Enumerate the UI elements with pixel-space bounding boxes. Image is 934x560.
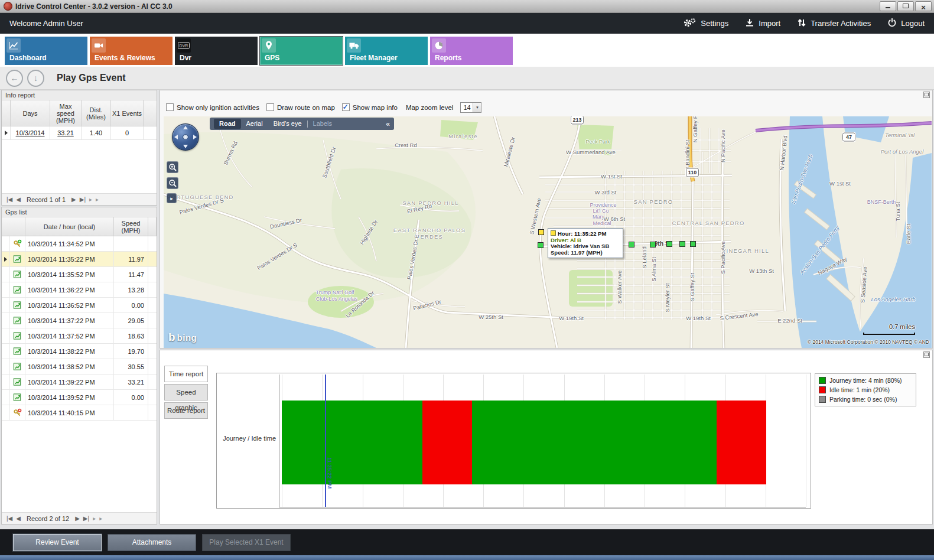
review-event-button[interactable]: Review Event <box>13 534 102 551</box>
pager-extra-button[interactable]: ▸ <box>97 515 104 522</box>
gps-point-marker[interactable] <box>690 241 696 247</box>
gps-point-marker[interactable] <box>650 242 656 248</box>
tab-route-report[interactable]: Route report <box>164 402 208 419</box>
checkbox[interactable] <box>342 103 350 111</box>
gps-row[interactable]: 10/3/2014 11:35:22 PM11.97 <box>2 252 157 267</box>
prev-record-button[interactable]: ◀ <box>14 196 22 203</box>
pager-extra-button[interactable]: ▸ <box>87 196 94 203</box>
prev-record-button[interactable]: ◀ <box>14 515 22 522</box>
gps-speed: 11.47 <box>114 267 148 282</box>
map-stylebar-collapse-button[interactable]: « <box>386 120 390 128</box>
gps-icon <box>10 252 25 267</box>
expand-button[interactable]: ↓ <box>27 70 44 87</box>
map-label: W 19th St <box>686 315 711 321</box>
gps-datetime: 10/3/2014 11:39:22 PM <box>25 375 114 390</box>
gps-row[interactable]: 10/3/2014 11:36:52 PM0.00 <box>2 298 157 313</box>
map-label: Earle St <box>905 224 912 244</box>
gps-row[interactable]: 10/3/2014 11:39:22 PM33.21 <box>2 375 157 390</box>
attachments-button[interactable]: Attachments <box>108 534 196 551</box>
map-label: S Leland <box>641 246 647 269</box>
main-content: Info report Days Max speed (MPH) Dist. (… <box>0 90 934 529</box>
map-style-road[interactable]: Road <box>214 119 241 129</box>
map-zoom-select[interactable]: 14 ▼ <box>460 102 481 113</box>
map-label: Los Angeles Harb <box>871 296 915 302</box>
close-button[interactable] <box>915 1 932 11</box>
last-record-button[interactable]: ▶| <box>78 196 87 203</box>
gps-row[interactable]: 10/3/2014 11:38:52 PM30.55 <box>2 359 157 375</box>
map-label: W 3rd St <box>595 189 617 196</box>
map-panel: Show only ignition activities Draw route… <box>160 90 933 349</box>
gps-row[interactable]: 10/3/2014 11:36:22 PM13.28 <box>2 282 157 298</box>
tab-reports[interactable]: Reports <box>430 37 513 65</box>
gps-row[interactable]: 10/3/2014 11:39:52 PM0.00 <box>2 390 157 405</box>
tab-dvr[interactable]: DVR Dvr <box>175 37 258 65</box>
timeline-segment-journey <box>472 401 717 484</box>
pager-extra-button[interactable]: ▸ <box>91 515 97 522</box>
gps-row[interactable]: 10/3/2014 11:34:52 PM <box>2 236 157 252</box>
tab-dashboard[interactable]: Dashboard <box>5 37 87 65</box>
map-label: S Meyler St <box>664 283 671 312</box>
map-label: SAN PEDRO <box>634 198 673 205</box>
gps-point-marker[interactable] <box>629 242 634 248</box>
next-record-button[interactable]: ▶ <box>73 515 82 522</box>
gear-icon <box>682 18 697 30</box>
logout-button[interactable]: Logout <box>887 18 925 29</box>
map-label: S Gaffey St <box>689 273 695 301</box>
gps-speed: 33.21 <box>114 375 148 390</box>
gps-row[interactable]: 10/3/2014 11:40:15 PM <box>2 405 157 421</box>
collapse-chart-panel-button[interactable] <box>923 351 930 358</box>
tab-fleet-manager[interactable]: Fleet Manager <box>345 37 428 65</box>
gps-row[interactable]: 10/3/2014 11:37:22 PM29.05 <box>2 313 157 328</box>
map-label: VERDES <box>416 233 443 240</box>
pager-extra-button[interactable]: ▸ <box>94 196 100 203</box>
expand-controls-button[interactable]: ▸ <box>167 193 177 203</box>
map-label: S Walker Ave <box>616 271 623 304</box>
compass-control[interactable] <box>172 123 199 151</box>
zoom-in-button[interactable] <box>167 161 178 173</box>
day-link[interactable]: 10/3/2014 <box>11 126 50 140</box>
checkbox[interactable] <box>166 103 174 111</box>
tab-events-reviews[interactable]: Events & Reviews <box>90 37 173 65</box>
first-record-button[interactable]: |◀ <box>5 196 14 203</box>
gps-row[interactable]: 10/3/2014 11:35:52 PM11.47 <box>2 267 157 282</box>
tab-gps[interactable]: GPS <box>260 37 343 65</box>
checkbox[interactable] <box>266 103 274 111</box>
zoom-out-button[interactable] <box>167 177 178 189</box>
gps-point-marker[interactable] <box>538 242 544 248</box>
gps-row[interactable]: 10/3/2014 11:38:22 PM19.70 <box>2 344 157 359</box>
import-button[interactable]: Import <box>745 18 780 29</box>
settings-button[interactable]: Settings <box>682 18 728 30</box>
route-shield: 110 <box>686 168 699 177</box>
map-style-labels[interactable]: Labels <box>308 119 337 129</box>
time-marker-line <box>325 375 326 507</box>
map-style-birdseye[interactable]: Bird's eye <box>268 119 307 129</box>
next-record-button[interactable]: ▶ <box>70 196 78 203</box>
maximize-button[interactable] <box>897 1 914 11</box>
gps-point-marker[interactable] <box>666 241 672 247</box>
last-record-button[interactable]: ▶| <box>82 515 91 522</box>
tab-speed-graphic[interactable]: Speed graphic <box>164 384 208 401</box>
report-tabs: Time report Speed graphic Route report <box>164 366 208 421</box>
minimize-button[interactable] <box>880 1 896 11</box>
power-icon <box>887 18 897 29</box>
info-report-row[interactable]: 10/3/2014 33.21 1.40 0 <box>2 126 157 140</box>
legend-label: Journey time: 4 min (80%) <box>829 377 902 384</box>
gps-datetime: 10/3/2014 11:36:52 PM <box>25 298 114 313</box>
gps-row[interactable]: 10/3/2014 11:37:52 PM18.63 <box>2 328 157 344</box>
map-label: EAST RANCHO PALOS <box>393 227 466 233</box>
back-button[interactable]: ← <box>6 70 23 87</box>
legend-label: Idle time: 1 min (20%) <box>829 386 890 393</box>
first-record-button[interactable]: |◀ <box>5 515 14 522</box>
gps-point-marker[interactable] <box>679 241 685 247</box>
tab-time-report[interactable]: Time report <box>164 366 208 382</box>
event-start-marker[interactable] <box>538 229 544 235</box>
map-label: Miraleste <box>448 133 477 139</box>
map-canvas[interactable]: MiralestePeck ParkW Summerland AveCrest … <box>164 116 932 348</box>
gps-icon <box>10 328 25 344</box>
transfer-activities-button[interactable]: Transfer Activities <box>797 18 871 29</box>
collapse-map-panel-button[interactable] <box>923 92 930 98</box>
map-label: N Gaffey Pl <box>692 116 698 142</box>
map-style-aerial[interactable]: Aerial <box>241 119 268 129</box>
gps-list-header: Date / hour (local) Speed (MPH) <box>2 217 157 236</box>
max-speed-link[interactable]: 33.21 <box>50 126 82 140</box>
